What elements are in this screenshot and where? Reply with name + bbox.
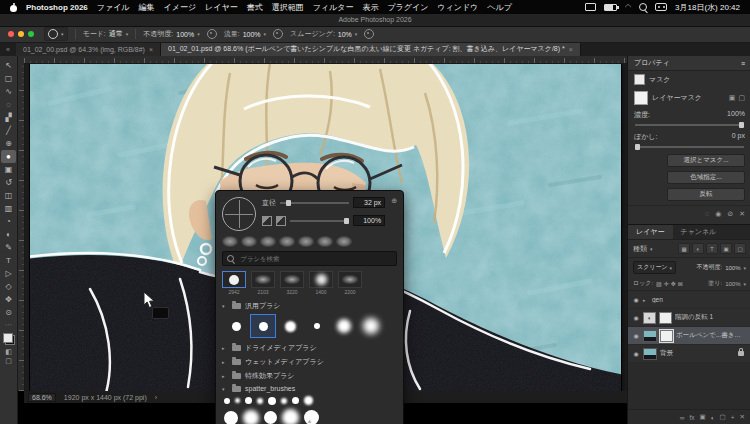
link-layers-icon[interactable]: ∞ [680, 414, 685, 421]
new-layer-icon[interactable]: + [731, 414, 735, 421]
density-slider[interactable] [635, 124, 744, 126]
app-menu[interactable]: Photoshop 2026 [26, 3, 88, 12]
recent-brush-thumb[interactable] [279, 236, 295, 247]
brush-preset[interactable] [281, 398, 287, 404]
hardness-slider-knob[interactable] [344, 218, 349, 224]
add-layer-mask-icon[interactable]: ▣ [700, 413, 706, 421]
opacity-option[interactable]: 不透明度: 100% ▾ [143, 29, 199, 39]
menubar-item[interactable]: プラグイン [387, 2, 428, 13]
feather-slider[interactable] [635, 146, 744, 148]
menubar-item[interactable]: ウィンドウ [437, 2, 478, 13]
brush-search-input[interactable] [238, 254, 392, 263]
tab-close-icon[interactable]: × [149, 46, 153, 53]
zoom-tool[interactable]: ⊙ [1, 306, 16, 319]
layer-opacity-value[interactable]: 100% [725, 265, 740, 271]
diameter-value[interactable]: 32 px [353, 197, 385, 208]
brush-preset[interactable] [331, 314, 357, 338]
marquee-tool[interactable]: ▢ [1, 72, 16, 85]
layer-row-background[interactable]: ◉ 背景 [628, 345, 750, 363]
scroll-up-icon[interactable]: ▲ [307, 418, 313, 424]
airbrush-icon[interactable] [273, 29, 283, 39]
panel-menu-icon[interactable]: ≡ [741, 60, 745, 67]
pressure-opacity-icon[interactable] [207, 29, 217, 39]
filter-adjustment-layers-icon[interactable]: ◐ [692, 243, 704, 254]
recent-brush[interactable]: 1400 [309, 271, 333, 295]
spotlight-icon[interactable] [639, 3, 647, 11]
blend-mode-select[interactable]: スクリーン ▾ [633, 261, 676, 274]
caret-down-icon[interactable]: ▾ [222, 303, 228, 309]
layer-name[interactable]: gen [652, 296, 747, 303]
diameter-slider-knob[interactable] [286, 200, 291, 206]
menubar-item[interactable]: ファイル [97, 2, 130, 13]
menubar-item[interactable]: ヘルプ [487, 2, 512, 13]
brush-preset[interactable] [304, 314, 330, 338]
brush-preset[interactable] [257, 398, 263, 404]
density-value[interactable]: 100% [727, 110, 745, 120]
create-brush-icon[interactable]: ⊕ [391, 197, 397, 205]
delete-layer-icon[interactable]: ✕ [740, 413, 745, 421]
close-window-button[interactable] [8, 31, 14, 37]
panel-tab[interactable]: レイヤー [628, 225, 673, 239]
recent-brush-thumb[interactable] [298, 236, 314, 247]
visibility-eye-icon[interactable]: ◉ [632, 332, 640, 339]
menubar-item[interactable]: イメージ [164, 2, 197, 13]
brush-preset[interactable] [224, 398, 230, 404]
brush-preset[interactable] [268, 397, 276, 405]
apple-menu-icon[interactable] [10, 3, 17, 12]
zoom-level-field[interactable]: 68.6% [28, 393, 56, 402]
filter-shape-layers-icon[interactable]: ▣ [720, 243, 732, 254]
layer-name[interactable]: 階調の反転 1 [675, 313, 747, 322]
mask-select-icon[interactable]: ◌ [705, 210, 709, 218]
visibility-eye-icon[interactable]: ◉ [632, 296, 640, 303]
properties-button[interactable]: 選択とマスク... [667, 154, 745, 167]
panel-tab[interactable]: チャンネル [673, 225, 725, 239]
brush-preset-picker-button[interactable]: ▾ [44, 27, 68, 41]
new-adjustment-layer-icon[interactable]: ◐ [711, 414, 715, 421]
battery-icon[interactable] [604, 4, 617, 11]
brush-group-dry-media[interactable]: ▸ ドライメディアブラシ [216, 341, 403, 355]
caret-right-icon[interactable]: ▸ [222, 359, 228, 365]
brush-tool[interactable]: ● [1, 150, 16, 163]
screen-mode-icon[interactable]: ▢ [5, 357, 12, 365]
vector-mask-icon[interactable]: ▢ [738, 94, 745, 102]
lasso-tool[interactable]: ∿ [1, 85, 16, 98]
layer-mask-thumbnail[interactable] [659, 312, 672, 324]
pressure-icon[interactable] [262, 216, 272, 226]
layer-name[interactable]: 背景 [660, 349, 735, 358]
crop-tool[interactable]: ▞ [1, 111, 16, 124]
display-icon[interactable] [585, 3, 596, 11]
brush-preset[interactable] [235, 398, 240, 403]
eraser-tool[interactable]: ◫ [1, 189, 16, 202]
caret-right-icon[interactable]: ▸ [643, 297, 649, 303]
foreground-color-swatch[interactable] [3, 333, 13, 343]
brush-preset[interactable] [277, 314, 303, 338]
gradient-tool[interactable]: ▥ [1, 202, 16, 215]
menubar-clock[interactable]: 3月18日(水) 20:42 [675, 2, 740, 13]
document-tab-active[interactable]: 01_02_01.psd @ 68.6% (ボールペンで書いたシンプルな白黒の太… [161, 42, 581, 56]
lock-position-icon[interactable]: ✥ [671, 280, 676, 287]
density-slider-knob[interactable] [739, 122, 744, 128]
wifi-icon[interactable]: ◠ [625, 4, 631, 10]
properties-button[interactable]: 色域指定... [667, 171, 745, 184]
status-menu-icon[interactable]: › [155, 394, 157, 401]
move-tool[interactable]: ↖ [1, 59, 16, 72]
filter-smart-objects-icon[interactable]: ▢ [734, 243, 746, 254]
quick-mask-mode-icon[interactable]: ◧ [5, 348, 12, 356]
menubar-item[interactable]: 編集 [139, 2, 155, 13]
layer-row-selected[interactable]: ◉ ボールペンで...書き込み [628, 327, 750, 345]
type-tool[interactable]: T [1, 254, 16, 267]
visibility-eye-icon[interactable]: ◉ [632, 350, 640, 357]
hardness-value[interactable]: 100% [353, 215, 385, 226]
brush-preset[interactable] [243, 410, 259, 424]
zoom-window-button[interactable] [28, 31, 34, 37]
mask-view-icon[interactable]: ◉ [715, 210, 721, 218]
tab-close-icon[interactable]: × [569, 46, 573, 53]
menubar-item[interactable]: 表示 [362, 2, 378, 13]
shape-tool[interactable]: ◇ [1, 280, 16, 293]
feather-slider-knob[interactable] [635, 144, 640, 150]
recent-brush-thumb[interactable] [241, 236, 257, 247]
layer-row-gen[interactable]: ◉ ▸ gen [628, 291, 750, 309]
brush-group-special-effects[interactable]: ▸ 特殊効果ブラシ [216, 369, 403, 383]
brush-preset[interactable] [282, 409, 299, 424]
brush-preset[interactable] [304, 396, 313, 405]
